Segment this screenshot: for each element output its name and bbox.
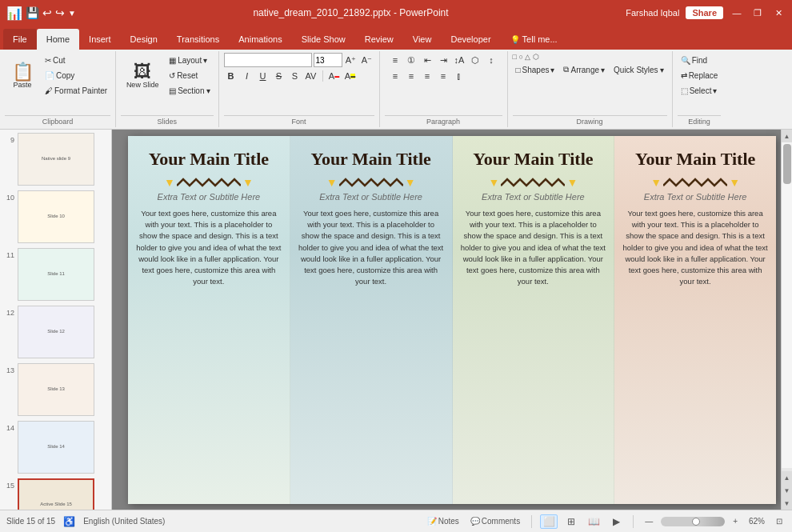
tab-transitions[interactable]: Transitions [167, 29, 229, 50]
scroll-thumb[interactable] [783, 144, 791, 184]
cut-button[interactable]: ✂ Cut [42, 53, 110, 67]
font-size-increase-icon[interactable]: A⁺ [344, 53, 358, 67]
slide-img-9[interactable]: Native slide 9 [18, 133, 94, 186]
fit-slide-button[interactable]: ⊡ [773, 515, 786, 527]
new-slide-button[interactable]: 🖼 New Slide [121, 53, 164, 99]
status-separator [531, 515, 532, 528]
col4-subtitle: Extra Text or Subtitle Here [644, 192, 747, 202]
share-button[interactable]: Share [686, 6, 723, 19]
user-name: Farshad Iqbal [626, 8, 679, 18]
slide-thumb-14[interactable]: 14 Slide 14 [3, 421, 108, 474]
columns-button[interactable]: ⫿ [452, 69, 466, 83]
title-bar: 📊 💾 ↩ ↪ ▼ native_dream_2010_21892.pptx -… [0, 0, 792, 26]
comments-button[interactable]: 💬 Comments [467, 515, 523, 527]
zoom-in-button[interactable]: + [730, 515, 741, 527]
slide-img-15[interactable]: Active Slide 15 [18, 478, 94, 510]
slides-label: Slides [121, 115, 213, 126]
tab-home[interactable]: Home [37, 29, 79, 50]
vertical-scrollbar[interactable]: ▲ ▲ ▼ ▼ [781, 130, 792, 510]
text-direction-button[interactable]: ↕A [452, 53, 466, 67]
replace-button[interactable]: ⇄ Replace [678, 68, 722, 82]
justify-button[interactable]: ≡ [436, 69, 450, 83]
normal-view-button[interactable]: ⬜ [540, 514, 558, 529]
notes-button[interactable]: 📝 Notes [424, 515, 462, 527]
slide-sorter-button[interactable]: ⊞ [562, 514, 580, 529]
scroll-page-down[interactable]: ▼ [782, 484, 792, 497]
zoom-level[interactable]: 62% [746, 515, 768, 527]
slide-thumb-13[interactable]: 13 Slide 13 [3, 363, 108, 416]
slide-thumb-10[interactable]: 10 Slide 10 [3, 190, 108, 243]
tab-animations[interactable]: Animations [229, 29, 291, 50]
tab-review[interactable]: Review [355, 29, 403, 50]
numbering-button[interactable]: ① [404, 53, 418, 67]
find-button[interactable]: 🔍 Find [678, 53, 722, 67]
convert-to-smartart-button[interactable]: ⬡ [468, 53, 482, 67]
format-painter-button[interactable]: 🖌 Format Painter [42, 83, 110, 98]
bullets-button[interactable]: ≡ [388, 53, 402, 67]
customize-icon[interactable]: ▼ [68, 9, 76, 18]
undo-icon[interactable]: ↩ [42, 6, 52, 19]
align-left-button[interactable]: ≡ [388, 69, 402, 83]
col3-zigzag: ▼ ▼ [489, 176, 578, 189]
tab-design[interactable]: Design [121, 29, 167, 50]
text-highlight-button[interactable]: A▬ [343, 69, 358, 83]
reset-button[interactable]: ↺ Reset [166, 68, 213, 82]
line-spacing-button[interactable]: ↕ [484, 53, 498, 67]
copy-button[interactable]: 📄 Copy [42, 68, 110, 82]
slide-img-12[interactable]: Slide 12 [18, 306, 94, 358]
cut-icon: ✂ [45, 56, 51, 65]
arrange-button[interactable]: ⧉ Arrange ▾ [560, 62, 608, 77]
slide-img-13[interactable]: Slide 13 [18, 363, 94, 416]
tab-insert[interactable]: Insert [79, 29, 121, 50]
close-btn[interactable]: ✕ [771, 6, 786, 20]
strikethrough-button[interactable]: S [272, 69, 286, 83]
tab-view[interactable]: View [403, 29, 442, 50]
shapes-button[interactable]: □ Shapes ▾ [513, 62, 558, 77]
slide-panel[interactable]: 9 Native slide 9 10 Slide 10 11 Slide 11… [0, 130, 112, 510]
zoom-slider[interactable] [661, 517, 725, 526]
zoom-out-button[interactable]: — [642, 515, 656, 527]
accessibility-icon[interactable]: ♿ [63, 516, 75, 527]
tab-tellme[interactable]: 💡Tell me... [501, 29, 567, 50]
slide-num-15: 15 [3, 482, 14, 490]
slide-thumb-11[interactable]: 11 Slide 11 [3, 248, 108, 301]
align-center-button[interactable]: ≡ [404, 69, 418, 83]
quick-save-icon[interactable]: 💾 [26, 6, 39, 19]
select-button[interactable]: ⬚ Select ▾ [678, 83, 722, 98]
scroll-down-arrow[interactable]: ▼ [782, 497, 792, 510]
slide-thumb-15[interactable]: 15 Active Slide 15 [3, 478, 108, 510]
tab-file[interactable]: File [3, 29, 37, 50]
slide-img-10[interactable]: Slide 10 [18, 190, 94, 243]
decrease-indent-button[interactable]: ⇤ [420, 53, 434, 67]
minimize-btn[interactable]: — [730, 6, 744, 20]
redo-icon[interactable]: ↪ [55, 6, 65, 19]
font-name-input[interactable] [224, 53, 312, 67]
align-right-button[interactable]: ≡ [420, 69, 434, 83]
slideshow-button[interactable]: ▶ [607, 514, 625, 529]
scroll-page-up[interactable]: ▲ [782, 471, 792, 484]
tab-developer[interactable]: Developer [441, 29, 500, 50]
section-button[interactable]: ▤ Section ▾ [166, 83, 213, 98]
paragraph-inner: ≡ ① ⇤ ⇥ ↕A ⬡ ↕ ≡ ≡ ≡ ≡ ⫿ [388, 53, 498, 114]
underline-button[interactable]: U [256, 69, 270, 83]
shadow-button[interactable]: S [288, 69, 302, 83]
maximize-btn[interactable]: ❐ [750, 6, 765, 20]
char-spacing-button[interactable]: AV [304, 69, 318, 83]
reading-view-button[interactable]: 📖 [585, 514, 602, 529]
slide-img-11[interactable]: Slide 11 [18, 248, 94, 301]
layout-button[interactable]: ▦ Layout ▾ [166, 53, 213, 67]
italic-button[interactable]: I [240, 69, 254, 83]
paste-button[interactable]: 📋 Paste [5, 53, 40, 99]
scroll-up-arrow[interactable]: ▲ [782, 130, 792, 142]
increase-indent-button[interactable]: ⇥ [436, 53, 450, 67]
font-size-decrease-icon[interactable]: A⁻ [360, 53, 374, 67]
tab-slideshow[interactable]: Slide Show [292, 29, 355, 50]
slide-thumb-9[interactable]: 9 Native slide 9 [3, 133, 108, 186]
slide-thumb-12[interactable]: 12 Slide 12 [3, 306, 108, 358]
font-group: A⁺ A⁻ B I U S S AV A▬ A▬ Font [219, 51, 380, 127]
quick-styles-button[interactable]: Quick Styles ▾ [610, 62, 667, 77]
slide-img-14[interactable]: Slide 14 [18, 421, 94, 474]
bold-button[interactable]: B [224, 69, 238, 83]
font-color-button[interactable]: A▬ [327, 69, 342, 83]
font-size-input[interactable] [314, 53, 342, 67]
